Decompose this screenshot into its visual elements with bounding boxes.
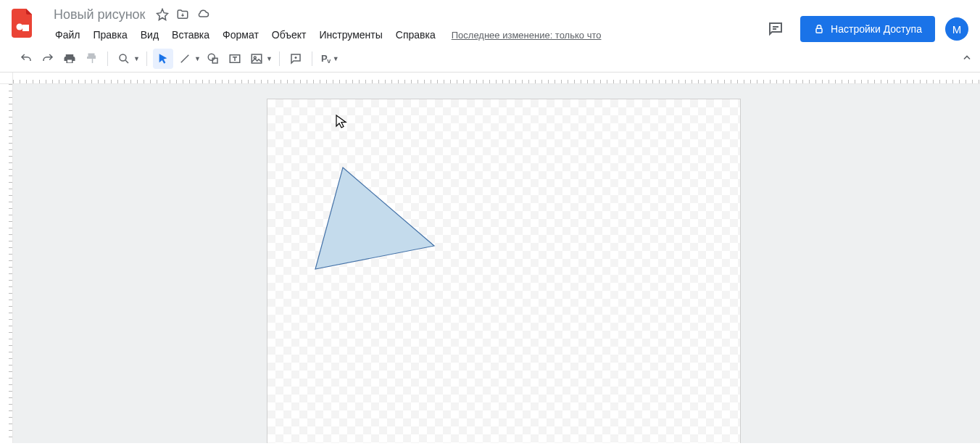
line-tool[interactable]	[175, 49, 195, 69]
redo-button[interactable]	[38, 49, 58, 69]
account-avatar[interactable]: M	[945, 17, 968, 41]
zoom-button[interactable]	[114, 49, 134, 69]
menu-help[interactable]: Справка	[390, 26, 441, 44]
cloud-status-icon[interactable]	[196, 7, 210, 22]
variables-dropdown-icon[interactable]: ▼	[333, 55, 340, 62]
share-button[interactable]: Настройки Доступа	[800, 16, 935, 42]
workspace	[0, 73, 980, 443]
svg-rect-7	[252, 54, 262, 63]
share-button-label: Настройки Доступа	[831, 23, 922, 35]
svg-rect-5	[212, 58, 217, 63]
svg-point-4	[208, 54, 215, 60]
menu-object[interactable]: Объект	[266, 26, 312, 44]
menu-edit[interactable]: Правка	[87, 26, 133, 44]
canvas-area[interactable]	[13, 84, 980, 443]
lock-icon	[813, 23, 825, 35]
comment-tool[interactable]	[286, 49, 306, 69]
toolbar-separator	[312, 51, 312, 66]
image-dropdown-icon[interactable]: ▼	[266, 55, 273, 62]
menu-format[interactable]: Формат	[217, 26, 265, 44]
toolbar-separator	[279, 51, 280, 66]
menu-tools[interactable]: Инструменты	[314, 26, 389, 44]
svg-point-0	[17, 24, 23, 30]
app-logo[interactable]	[12, 6, 41, 41]
document-title[interactable]: Новый рисунок	[49, 6, 149, 24]
ruler-horizontal[interactable]	[13, 73, 980, 84]
textbox-tool[interactable]	[225, 49, 245, 69]
image-tool[interactable]	[246, 49, 267, 69]
variables-tool[interactable]: Pv	[318, 49, 333, 69]
triangle-shape[interactable]	[315, 168, 434, 269]
menu-view[interactable]: Вид	[135, 26, 165, 44]
select-tool[interactable]	[153, 49, 173, 69]
paint-format-button	[81, 49, 101, 69]
drawing-canvas[interactable]	[267, 99, 741, 443]
undo-button[interactable]	[16, 49, 36, 69]
collapse-toolbar-icon[interactable]	[958, 49, 976, 68]
svg-rect-2	[816, 28, 822, 33]
line-dropdown-icon[interactable]: ▼	[194, 55, 202, 62]
zoom-dropdown-icon[interactable]: ▼	[133, 55, 141, 62]
toolbar-separator	[107, 51, 108, 66]
toolbar-separator	[146, 51, 147, 66]
shape-tool[interactable]	[203, 49, 223, 69]
ruler-vertical[interactable]	[0, 84, 13, 443]
print-button[interactable]	[59, 49, 80, 69]
last-edit-link[interactable]: Последнее изменение: только что	[452, 30, 602, 41]
comments-icon[interactable]	[761, 15, 790, 44]
toolbar: ▼ ▼ ▼ Pv ▼	[0, 45, 980, 73]
menu-file[interactable]: Файл	[49, 26, 86, 44]
move-folder-icon[interactable]	[175, 7, 190, 22]
svg-point-3	[120, 54, 126, 61]
ruler-corner	[0, 73, 13, 84]
menu-insert[interactable]: Вставка	[166, 26, 215, 44]
star-icon[interactable]	[155, 7, 170, 22]
menubar: Файл Правка Вид Вставка Формат Объект Ин…	[49, 25, 761, 45]
svg-rect-1	[22, 25, 29, 31]
